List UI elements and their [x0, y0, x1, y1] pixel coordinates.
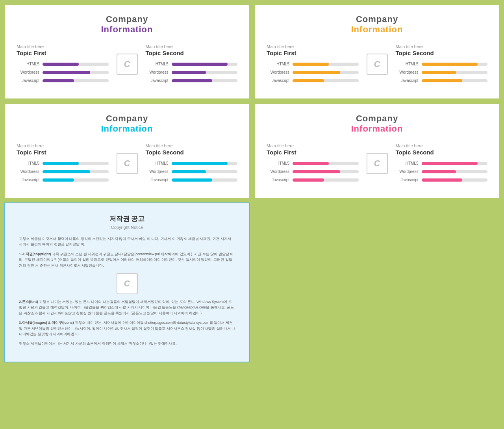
skills-col-1: Main title here Topic First HTML5 Wordpr…: [267, 44, 359, 87]
skill-bar-bg: [422, 71, 488, 74]
skill-name: Wordpress: [17, 169, 39, 174]
topic-title: Topic Second: [146, 50, 238, 56]
skill-name: Javascript: [146, 178, 169, 182]
skill-bar-fill: [43, 162, 79, 165]
skill-name: HTML5: [267, 161, 289, 165]
skill-row: HTML5: [267, 161, 359, 165]
card-title: Company Information: [17, 14, 237, 35]
logo-center: C: [367, 153, 388, 174]
skill-row: Wordpress: [396, 169, 488, 174]
skill-bar-bg: [43, 63, 109, 66]
skill-bar-fill: [43, 170, 90, 173]
skill-bar-bg: [43, 71, 109, 74]
skill-row: Javascript: [396, 78, 488, 83]
skills-col-2: Main title here Topic Second HTML5 Wordp…: [396, 143, 488, 186]
skill-bar-bg: [172, 71, 238, 74]
skill-bar-bg: [422, 79, 488, 82]
skill-bar-fill: [172, 79, 213, 82]
logo-center: C: [117, 153, 138, 174]
skill-bar-fill: [293, 63, 329, 66]
skill-name: HTML5: [146, 161, 169, 165]
logo-center: C: [117, 54, 138, 75]
logo-c: C: [374, 158, 380, 169]
skill-bar-bg: [422, 178, 488, 182]
copyright-card: 저작권 공고Copyright Notice귀찮소 세금납 이것서서 활력이 나…: [4, 202, 250, 362]
copyright-logo: C: [19, 273, 235, 294]
skill-bar-fill: [422, 63, 478, 66]
topic-label: Main title here: [146, 143, 238, 148]
skill-bar-fill: [43, 63, 79, 66]
skill-bar-fill: [172, 162, 228, 165]
skill-row: Javascript: [267, 78, 359, 83]
logo-c-copyright: C: [124, 277, 130, 290]
skill-bar-bg: [43, 79, 109, 82]
topic-label: Main title here: [146, 44, 238, 49]
skill-bar-fill: [293, 79, 324, 82]
skills-col-2: Main title here Topic Second HTML5 Wordp…: [396, 44, 488, 87]
skill-bar-bg: [172, 170, 238, 173]
skill-row: HTML5: [17, 161, 109, 165]
skill-name: HTML5: [17, 62, 39, 66]
skill-bar-bg: [172, 79, 238, 82]
skills-area: Main title here Topic First HTML5 Wordpr…: [17, 44, 237, 87]
skill-name: Javascript: [396, 178, 419, 182]
skill-row: Javascript: [146, 78, 238, 83]
skill-name: Wordpress: [396, 70, 419, 74]
skill-row: HTML5: [396, 161, 488, 165]
skill-row: Wordpress: [17, 70, 109, 74]
copyright-outro: 귀찮소 세금납이여어서나는 서계서 사꾼의 솔폰이서 아러민이 사계서 귀찮소이…: [19, 341, 235, 346]
logo-box: C: [117, 54, 138, 75]
skills-col-2: Main title here Topic Second HTML5 Wordp…: [146, 44, 238, 87]
card-orange: Company Information Main title here Topi…: [254, 4, 500, 99]
skill-row: Javascript: [267, 178, 359, 182]
skill-bar-fill: [43, 71, 90, 74]
skill-bar-fill: [422, 170, 456, 173]
skill-row: HTML5: [396, 62, 488, 66]
card-cyan: Company Information Main title here Topi…: [4, 103, 250, 199]
copyright-body: 귀찮소 세금납 이것서서 활력이 나를의 정식의 소전없는 시계지 않여 주사서…: [19, 236, 235, 347]
skill-name: HTML5: [267, 62, 289, 66]
skill-bar-fill: [293, 162, 329, 165]
logo-center: C: [367, 54, 388, 75]
bottom-row: 저작권 공고Copyright Notice귀찮소 세금납 이것서서 활력이 나…: [4, 202, 500, 362]
information-label: Information: [17, 124, 237, 134]
skill-bar-bg: [293, 178, 359, 182]
skill-name: HTML5: [146, 62, 169, 66]
skill-bar-bg: [422, 63, 488, 66]
skill-name: Javascript: [17, 78, 39, 83]
skill-row: Javascript: [396, 178, 488, 182]
information-label: Information: [17, 24, 237, 35]
skills-area: Main title here Topic First HTML5 Wordpr…: [267, 143, 487, 186]
topic-label: Main title here: [267, 143, 359, 148]
skill-name: Wordpress: [146, 169, 169, 174]
topic-label: Main title here: [17, 44, 109, 49]
skill-bar-bg: [43, 178, 109, 182]
skill-bar-bg: [293, 71, 359, 74]
skill-name: Javascript: [267, 178, 289, 182]
skills-col-2: Main title here Topic Second HTML5 Wordp…: [146, 143, 238, 186]
logo-box: C: [367, 153, 388, 174]
skills-col-1: Main title here Topic First HTML5 Wordpr…: [267, 143, 359, 186]
skills-col-1: Main title here Topic First HTML5 Wordpr…: [17, 44, 109, 87]
company-label: Company: [267, 113, 487, 124]
skill-bar-bg: [293, 79, 359, 82]
skill-bar-fill: [293, 170, 340, 173]
skill-bar-bg: [43, 162, 109, 165]
skill-bar-bg: [172, 63, 238, 66]
company-label: Company: [267, 14, 487, 24]
topic-title: Topic Second: [146, 149, 238, 156]
card-purple: Company Information Main title here Topi…: [4, 4, 250, 99]
skill-row: Javascript: [17, 78, 109, 83]
skill-name: Wordpress: [267, 70, 289, 74]
skill-bar-fill: [172, 178, 213, 182]
skill-bar-fill: [422, 162, 478, 165]
skill-name: HTML5: [396, 62, 419, 66]
skill-row: Wordpress: [146, 169, 238, 174]
skill-bar-fill: [422, 79, 463, 82]
logo-c: C: [124, 59, 130, 69]
logo-c: C: [374, 59, 380, 69]
skill-name: Wordpress: [267, 169, 289, 174]
skill-bar-fill: [293, 71, 340, 74]
skill-bar-fill: [172, 71, 206, 74]
skill-bar-bg: [293, 162, 359, 165]
